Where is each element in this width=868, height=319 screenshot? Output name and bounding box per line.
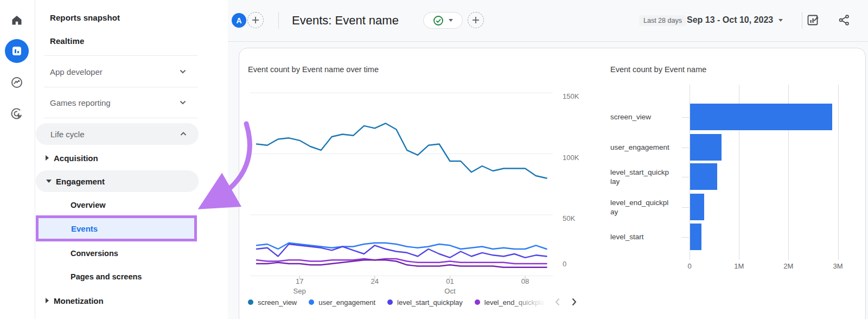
bar-user_engagement[interactable] bbox=[690, 134, 722, 161]
collapse-triangle-icon bbox=[46, 155, 49, 161]
app-nav-rail bbox=[0, 0, 35, 319]
add-comparison-button[interactable] bbox=[247, 12, 264, 28]
ga4-events-report-screen: Reports snapshot Realtime App developer … bbox=[0, 0, 868, 319]
chevron-down-icon bbox=[180, 69, 186, 74]
legend-fade-mask bbox=[509, 294, 555, 310]
series-line-level_start_quickplay bbox=[257, 244, 547, 258]
legend-item-level_start_quickplay[interactable]: level_start_quickplay bbox=[387, 298, 463, 307]
sidebar-label: Games reporting bbox=[50, 98, 111, 107]
avatar[interactable]: A bbox=[232, 13, 246, 28]
sidebar-label: Overview bbox=[71, 201, 106, 209]
bar-category-tick bbox=[682, 237, 689, 238]
x-axis-label: 08 bbox=[513, 277, 537, 286]
bar-category-label: user_engagement bbox=[610, 134, 670, 161]
bar-chart-title: Event count by Event name bbox=[610, 65, 706, 74]
legend-item-screen_view[interactable]: screen_view bbox=[248, 298, 297, 307]
bar-x-axis-label: 3M bbox=[826, 262, 850, 270]
sidebar-label: Conversions bbox=[71, 249, 118, 258]
legend-label: level_start_quickplay bbox=[397, 298, 463, 307]
sidebar-label: Reports snapshot bbox=[50, 13, 120, 22]
legend-dot-icon bbox=[475, 299, 480, 305]
header-divider bbox=[278, 12, 279, 29]
sidebar-item-pages-and-screens[interactable]: Pages and screens bbox=[35, 266, 198, 288]
sidebar-divider bbox=[44, 118, 198, 118]
bar-category-label: level_end_quickplay bbox=[610, 194, 670, 220]
sidebar-group-monetization[interactable]: Monetization bbox=[35, 290, 198, 311]
legend-label: screen_view bbox=[258, 298, 297, 307]
y-axis-label: 100K bbox=[563, 154, 579, 162]
bar-level_end_quickplay[interactable] bbox=[690, 194, 704, 220]
sidebar-item-events-highlighted[interactable]: Events bbox=[36, 215, 197, 241]
bar-category-tick bbox=[682, 117, 689, 118]
bar-x-axis-label: 1M bbox=[727, 262, 751, 270]
sidebar-group-engagement[interactable]: Engagement bbox=[36, 170, 199, 192]
collapse-triangle-icon bbox=[46, 298, 49, 303]
bar-level_start_quickplay[interactable] bbox=[690, 163, 717, 190]
share-icon bbox=[838, 14, 851, 27]
legend-dot-icon bbox=[248, 299, 253, 305]
sidebar-item-conversions[interactable]: Conversions bbox=[35, 243, 198, 264]
sidebar-group-acquisition[interactable]: Acquisition bbox=[35, 147, 198, 169]
date-range-picker[interactable]: Sep 13 - Oct 10, 2023 bbox=[687, 15, 783, 25]
bar-gridline bbox=[838, 85, 839, 260]
legend-dot-icon bbox=[387, 299, 393, 305]
chevron-up-icon bbox=[180, 132, 187, 136]
caret-down-icon bbox=[778, 19, 783, 22]
report-header: A Events: Event name Last 28 day bbox=[228, 0, 868, 42]
legend-prev-button[interactable] bbox=[551, 295, 564, 309]
sidebar-label: Engagement bbox=[56, 177, 105, 186]
sidebar-divider bbox=[44, 55, 198, 56]
y-axis-label: 0 bbox=[563, 260, 566, 268]
sidebar-section-app-developer[interactable]: App developer bbox=[35, 61, 198, 82]
chevron-left-icon bbox=[555, 298, 560, 306]
sidebar-item-reports-snapshot[interactable]: Reports snapshot bbox=[35, 7, 198, 28]
plus-icon bbox=[251, 16, 260, 24]
check-circle-icon bbox=[433, 15, 444, 26]
sidebar-label: Pages and screens bbox=[71, 272, 142, 281]
header-divider bbox=[802, 12, 802, 29]
date-range-value: Sep 13 - Oct 10, 2023 bbox=[687, 15, 773, 25]
chevron-right-icon bbox=[572, 298, 577, 306]
data-quality-badge[interactable] bbox=[423, 12, 463, 29]
edit-chart-icon bbox=[806, 14, 819, 27]
customize-report-button[interactable] bbox=[806, 13, 820, 27]
sidebar-section-life-cycle[interactable]: Life cycle bbox=[36, 123, 199, 145]
explore-nav-button[interactable] bbox=[5, 71, 29, 94]
sidebar-label: Acquisition bbox=[54, 154, 98, 163]
bar-category-tick bbox=[682, 177, 689, 177]
x-axis-label: 24 bbox=[363, 277, 387, 286]
home-nav-button[interactable] bbox=[5, 8, 29, 32]
bar-level_start[interactable] bbox=[690, 224, 701, 250]
share-button[interactable] bbox=[837, 13, 851, 27]
explore-trend-icon bbox=[10, 75, 24, 90]
add-report-tab-button[interactable] bbox=[468, 12, 484, 28]
sidebar-item-realtime[interactable]: Realtime bbox=[35, 30, 198, 52]
bar-category-tick bbox=[682, 148, 689, 148]
advertising-nav-button[interactable] bbox=[5, 102, 29, 126]
bar-screen_view[interactable] bbox=[690, 104, 832, 130]
reports-nav-button[interactable] bbox=[5, 39, 29, 63]
sidebar-label: Monetization bbox=[54, 296, 104, 305]
sidebar-section-games-reporting[interactable]: Games reporting bbox=[35, 92, 198, 113]
legend-next-button[interactable] bbox=[567, 295, 580, 309]
events-charts-card: Event count by Event name over time Even… bbox=[239, 48, 866, 319]
sidebar-item-overview[interactable]: Overview bbox=[35, 194, 198, 216]
expand-triangle-icon bbox=[46, 180, 52, 183]
bar-chart-reports-icon bbox=[11, 45, 23, 57]
chart-legend: screen_viewuser_engagementlevel_start_qu… bbox=[248, 296, 553, 309]
bar-category-tick bbox=[682, 207, 689, 208]
x-axis-label: 01Oct bbox=[438, 277, 462, 296]
legend-item-user_engagement[interactable]: user_engagement bbox=[309, 298, 375, 307]
sidebar-label: Realtime bbox=[50, 36, 84, 46]
bar-x-axis-label: 2M bbox=[776, 262, 800, 270]
plus-icon bbox=[471, 16, 480, 24]
sidebar-label: Life cycle bbox=[50, 130, 85, 139]
sidebar-divider bbox=[44, 87, 198, 87]
reports-sidebar: Reports snapshot Realtime App developer … bbox=[35, 0, 228, 319]
caret-down-icon bbox=[449, 19, 453, 22]
chevron-down-icon bbox=[180, 100, 186, 105]
bar-category-label: screen_view bbox=[610, 104, 670, 130]
x-axis-label: 17Sep bbox=[288, 277, 311, 296]
bar-category-label: level_start bbox=[610, 224, 670, 250]
report-main-area: A Events: Event name Last 28 day bbox=[228, 0, 868, 319]
